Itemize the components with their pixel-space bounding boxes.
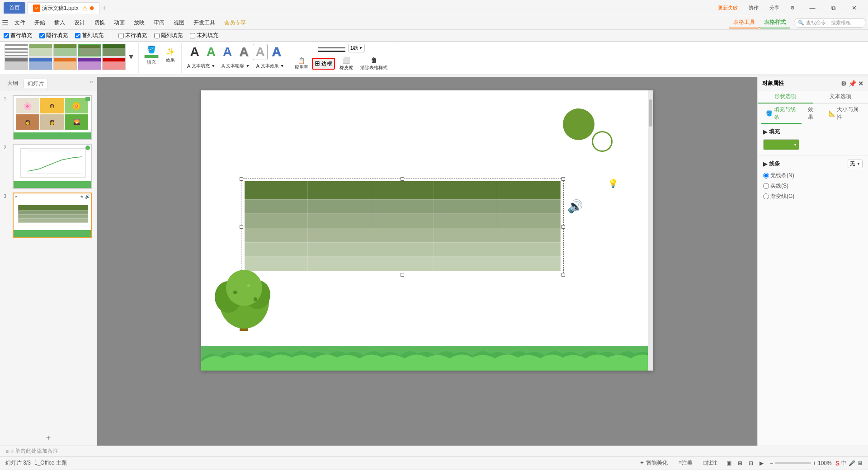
search-box[interactable]: 🔍 查找命令、搜索模板 [794, 18, 866, 28]
zoom-in-btn[interactable]: + [813, 460, 816, 466]
panel-settings-icon[interactable]: ⚙ [841, 80, 847, 87]
text-outline-btn[interactable]: A 文本轮廓 ▼ [219, 62, 252, 70]
file-tab[interactable]: P 演示文稿1.pptx ⚠ [27, 2, 99, 14]
panel-sub-tab-effect[interactable]: 效果 [803, 104, 822, 124]
text-effect-btn[interactable]: A 文本效果 ▼ [253, 62, 287, 70]
panel-sub-tab-fill[interactable]: 🪣 填充与线条 [761, 104, 802, 124]
fill-color-button[interactable] [763, 139, 799, 150]
view-slideshow[interactable]: ▶ [757, 459, 766, 467]
add-slide-btn[interactable]: + [0, 431, 97, 446]
panel-sub-tab-size[interactable]: 📐 大小与属性 [824, 104, 864, 124]
add-tab-btn[interactable]: + [102, 4, 106, 12]
zoom-slider[interactable] [775, 462, 811, 464]
view-normal[interactable]: ▣ [725, 459, 734, 467]
table-style-8[interactable] [53, 57, 77, 70]
panel-close-icon[interactable]: ✕ [858, 80, 863, 87]
table-style-1[interactable] [5, 44, 28, 56]
menu-item-insert[interactable]: 插入 [50, 18, 70, 28]
checkbox-last-col[interactable]: 末列填充 [190, 32, 218, 39]
checkbox-first-col[interactable]: 首列填充 [75, 32, 104, 39]
text-style-4[interactable]: A [236, 44, 251, 60]
text-style-1[interactable]: A [188, 44, 202, 60]
menu-item-transition[interactable]: 切换 [90, 18, 109, 28]
eraser-btn[interactable]: ⬜ 橡皮擦 [337, 55, 356, 72]
handle-br[interactable] [561, 273, 565, 277]
settings-icon[interactable]: ⚙ [787, 4, 798, 12]
effect-btn[interactable]: ✨ 效果 [162, 46, 179, 65]
checkbox-alt-col[interactable]: 隔列填充 [154, 32, 183, 39]
smart-beauty-btn[interactable]: ✦ 智能美化 [636, 458, 671, 468]
table-style-5[interactable] [102, 44, 126, 56]
fill-section-header[interactable]: ▶ 填充 [763, 128, 863, 136]
styles-scroll-down[interactable]: ▼ [127, 53, 136, 61]
menu-item-file[interactable]: 文件 [10, 18, 30, 28]
comment-btn[interactable]: ≡注美 [675, 458, 696, 468]
table-tool-tab[interactable]: 表格工具 [729, 17, 760, 28]
menu-icon[interactable]: ☰ [2, 19, 8, 27]
lang-btn[interactable]: 中 [841, 459, 847, 467]
sidebar-collapse-arrows[interactable]: « [90, 79, 93, 89]
handle-tr[interactable] [561, 177, 565, 181]
menu-item-playback[interactable]: 放映 [129, 18, 149, 28]
checkbox-last-row[interactable]: 末行填充 [118, 32, 147, 39]
table-style-2[interactable] [29, 44, 52, 56]
table-style-3[interactable] [53, 44, 77, 56]
menu-item-animation[interactable]: 动画 [109, 18, 129, 28]
clear-style-btn[interactable]: 🗑 清除表格样式 [358, 55, 390, 72]
speaker-icon[interactable]: 🔊 [567, 199, 583, 214]
view-grid[interactable]: ⊞ [736, 459, 745, 467]
fill-btn[interactable]: 🪣 填充 [142, 44, 161, 67]
text-style-5[interactable]: A [253, 44, 267, 60]
menu-item-vip[interactable]: 会员专享 [220, 18, 250, 28]
panel-tab-text[interactable]: 文本选项 [813, 90, 868, 103]
border-btn[interactable]: ⊞ 边框 [312, 58, 335, 70]
apply-style-btn[interactable]: 📋 应用至 [293, 56, 310, 71]
table-style-tab[interactable]: 表格样式 [760, 17, 790, 28]
note-btn[interactable]: □批注 [700, 458, 721, 468]
minimize-btn[interactable]: — [802, 1, 823, 15]
table-style-10[interactable] [102, 57, 126, 70]
share-btn[interactable]: 分享 [766, 4, 783, 12]
panel-pin-icon[interactable]: 📌 [849, 80, 856, 87]
sidebar-tab-outline[interactable]: 大纲 [4, 79, 22, 89]
handle-tm[interactable] [401, 177, 404, 181]
home-tab[interactable]: 首页 [4, 2, 25, 14]
slide-thumb-3[interactable]: ★ ★ 🔊 [13, 193, 92, 238]
checkbox-alt-row[interactable]: 隔行填充 [39, 32, 68, 39]
handle-tl[interactable] [240, 177, 243, 181]
table-style-9[interactable] [78, 57, 101, 70]
text-fill-dropdown[interactable]: ▼ [211, 64, 215, 68]
note-text[interactable]: ≡ 单击此处添加备注 [10, 447, 58, 455]
main-table[interactable] [244, 181, 561, 271]
text-outline-dropdown[interactable]: ▼ [245, 64, 250, 68]
table-style-6[interactable] [5, 57, 28, 70]
update-fail-btn[interactable]: 更新失败 [714, 4, 741, 12]
slide-item-2[interactable]: 2 — [4, 144, 93, 189]
handle-mr[interactable] [561, 225, 565, 229]
lightbulb-icon[interactable]: 💡 [608, 179, 618, 188]
mic-btn[interactable]: 🎤 [849, 460, 855, 466]
pt-dropdown[interactable]: 1磅 ▼ [348, 44, 365, 52]
slide-thumb-1[interactable]: 🌸 👩 🌼 👩 👩 🌄 [13, 95, 92, 140]
close-btn[interactable]: ✕ [844, 1, 864, 15]
table-style-7[interactable] [29, 57, 52, 70]
slide-thumb-2[interactable]: — [13, 144, 92, 189]
zoom-out-btn[interactable]: − [770, 460, 773, 466]
view-reading[interactable]: ⊡ [746, 459, 755, 467]
table-style-4[interactable] [78, 44, 101, 56]
menu-item-dev[interactable]: 开发工具 [189, 18, 220, 28]
text-style-6[interactable]: A [269, 44, 284, 60]
text-style-2[interactable]: A [204, 44, 218, 60]
menu-item-start[interactable]: 开始 [30, 18, 50, 28]
screen-btn[interactable]: 🖥 [857, 460, 863, 466]
menu-item-view[interactable]: 视图 [169, 18, 189, 28]
collaborate-btn[interactable]: 协作 [745, 4, 762, 12]
sidebar-tab-slides[interactable]: 幻灯片 [24, 79, 48, 89]
panel-tab-shape[interactable]: 形状选项 [758, 90, 813, 103]
text-style-3[interactable]: A [220, 44, 235, 60]
checkbox-first-row[interactable]: 首行填充 [4, 32, 32, 39]
menu-item-design[interactable]: 设计 [70, 18, 90, 28]
slide-item-1[interactable]: 1 🌸 👩 🌼 👩 👩 🌄 [4, 95, 93, 140]
maximize-btn[interactable]: ⧉ [823, 1, 844, 15]
handle-ml[interactable] [240, 225, 243, 229]
